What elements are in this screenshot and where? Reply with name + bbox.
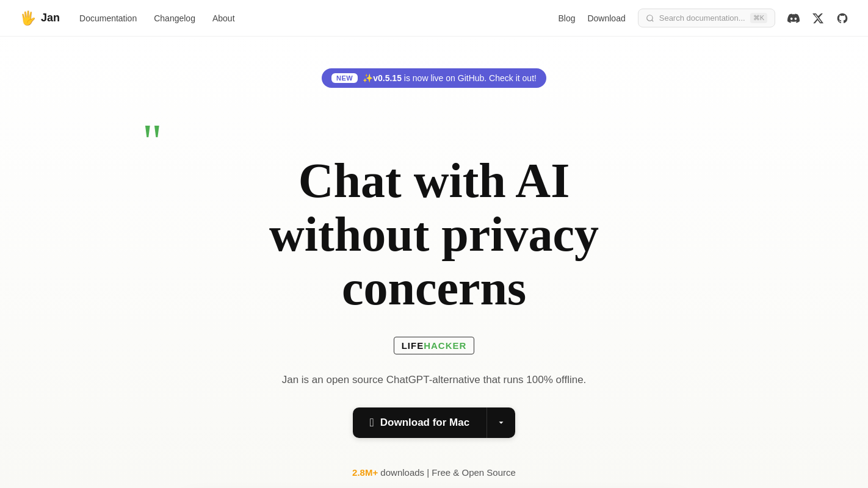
- twitter-x-icon[interactable]: [812, 12, 824, 24]
- press-badge: LIFEHACKER: [179, 337, 689, 354]
- lifehacker-life: LIFE: [402, 340, 424, 351]
- logo-link[interactable]: 🖐️ Jan: [20, 10, 60, 26]
- nav-changelog[interactable]: Changelog: [154, 13, 195, 23]
- search-box[interactable]: Search documentation... ⌘K: [638, 9, 775, 27]
- download-dropdown-button[interactable]: [487, 407, 515, 438]
- new-badge: NEW: [331, 73, 358, 83]
- nav-download[interactable]: Download: [587, 13, 625, 23]
- navbar-left: 🖐️ Jan Documentation Changelog About: [20, 10, 235, 26]
- download-stats: 2.8M+ downloads | Free & Open Source: [179, 467, 689, 478]
- search-icon: [646, 14, 654, 23]
- nav-links: Documentation Changelog About: [79, 13, 235, 23]
- navbar: 🖐️ Jan Documentation Changelog About Blo…: [0, 0, 868, 37]
- nav-about[interactable]: About: [212, 13, 235, 23]
- hero-title: Chat with AI without privacy concerns: [179, 154, 689, 315]
- download-label: Download for Mac: [380, 417, 469, 429]
- hero-line1: Chat with AI: [298, 154, 570, 207]
- chevron-down-icon: [497, 418, 505, 427]
- announcement-banner[interactable]: NEW ✨v0.5.15 is now live on GitHub. Chec…: [322, 68, 546, 88]
- svg-point-0: [646, 15, 652, 20]
- download-count: 2.8M+: [352, 467, 378, 478]
- nav-blog[interactable]: Blog: [558, 13, 575, 23]
- github-icon[interactable]: [836, 12, 848, 24]
- hero-description: Jan is an open source ChatGPT-alternativ…: [179, 371, 689, 388]
- discord-icon[interactable]: [787, 12, 800, 24]
- search-placeholder: Search documentation...: [659, 13, 745, 23]
- hero-line2: without privacy concerns: [269, 207, 599, 315]
- navbar-right: Blog Download Search documentation... ⌘K: [558, 9, 848, 27]
- apple-icon: : [370, 416, 374, 429]
- download-suffix: downloads | Free & Open Source: [378, 467, 516, 478]
- open-quote: ": [142, 117, 162, 166]
- download-button-group:  Download for Mac: [353, 407, 515, 438]
- nav-documentation[interactable]: Documentation: [79, 13, 137, 23]
- hero-section: " Chat with AI without privacy concerns …: [159, 117, 709, 488]
- search-kbd: ⌘K: [750, 13, 767, 23]
- banner-text: ✨v0.5.15 is now live on GitHub. Check it…: [363, 73, 537, 83]
- logo-emoji: 🖐️: [20, 10, 36, 26]
- logo-text: Jan: [41, 12, 60, 24]
- nav-right-links: Blog Download: [558, 13, 625, 23]
- main-content: NEW ✨v0.5.15 is now live on GitHub. Chec…: [0, 37, 868, 488]
- lifehacker-badge: LIFEHACKER: [394, 337, 475, 354]
- download-main-button[interactable]:  Download for Mac: [353, 407, 487, 438]
- lifehacker-hacker: HACKER: [424, 340, 466, 351]
